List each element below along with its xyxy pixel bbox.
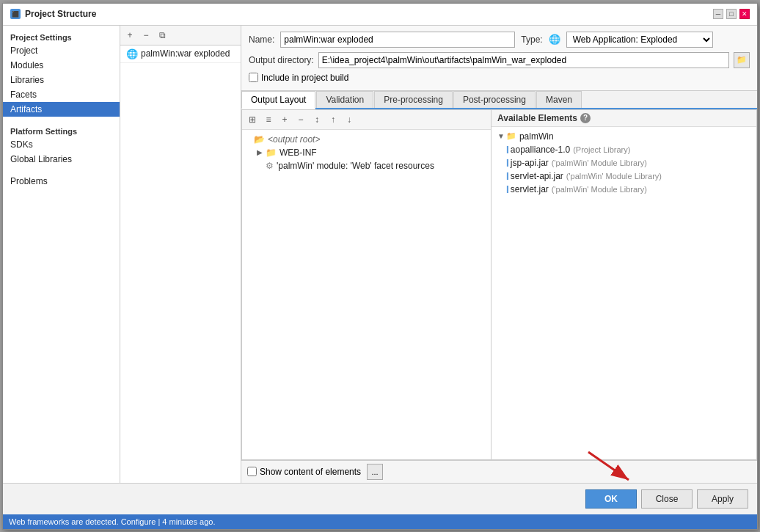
arrow-icon: ▶ (257, 148, 264, 156)
show-content-checkbox-row: Show content of elements (247, 467, 361, 477)
config-top-area: Name: Type: 🌐 Web Application: Exploded … (241, 26, 757, 91)
tree-toolbar: ⊞ ≡ + − ↕ ↑ ↓ (242, 110, 491, 130)
webinf-label: WEB-INF (279, 147, 317, 158)
show-content-label: Show content of elements (260, 467, 361, 477)
title-bar: ⬛ Project Structure ─ □ ✕ (3, 4, 757, 26)
status-text: Web frameworks are detected. Configure |… (9, 517, 215, 526)
element-servlet[interactable]: ||| servlet.jar ('palmWin' Module Librar… (492, 183, 756, 196)
sidebar-item-project[interactable]: Project (3, 43, 120, 58)
dialog-title: Project Structure (25, 9, 96, 19)
sidebar-item-libraries[interactable]: Libraries (3, 73, 120, 87)
sidebar-item-artifacts[interactable]: Artifacts (3, 102, 120, 117)
tab-validation[interactable]: Validation (316, 91, 373, 108)
element-servlet-api[interactable]: ||| servlet-api.jar ('palmWin' Module Li… (492, 170, 756, 183)
browse-button[interactable]: 📁 (734, 52, 750, 68)
split-bottom-bar: Show content of elements ... (241, 460, 757, 483)
dialog-icon: ⬛ (10, 9, 21, 19)
element-palmwin-group[interactable]: ▼ 📁 palmWin (492, 130, 756, 143)
help-icon[interactable]: ? (580, 113, 591, 123)
output-layout-tree: ⊞ ≡ + − ↕ ↑ ↓ 📂 <output root> (242, 110, 492, 459)
tree-item-module[interactable]: ⚙ 'palmWin' module: 'Web' facet resource… (242, 159, 491, 172)
platform-settings-label: Platform Settings (3, 123, 120, 137)
content-panel: Name: Type: 🌐 Web Application: Exploded … (241, 26, 757, 483)
library-icon: ||| (506, 145, 508, 153)
title-bar-controls: ─ □ ✕ (713, 9, 750, 19)
output-root-label: <output root> (268, 134, 320, 145)
show-content-checkbox[interactable] (247, 467, 257, 476)
add-artifact-button[interactable]: + (123, 28, 137, 43)
artifact-list: 🌐 palmWin:war exploded (120, 45, 241, 483)
artifact-list-toolbar: + − ⧉ (120, 26, 241, 45)
tree-item-output-root[interactable]: 📂 <output root> (242, 133, 491, 146)
apply-button[interactable]: Apply (697, 489, 748, 509)
tree-down-btn[interactable]: ↓ (342, 112, 357, 127)
servlet-api-meta: ('palmWin' Module Library) (566, 172, 662, 181)
aopalliance-label: aopalliance-1.0 (511, 145, 570, 155)
output-dir-label: Output directory: (249, 55, 314, 65)
tree-body: 📂 <output root> ▶ 📁 WEB-INF ⚙ 'palmWin' … (242, 130, 491, 459)
library-icon: ||| (506, 185, 508, 193)
type-select[interactable]: Web Application: Exploded (566, 32, 713, 48)
folder-icon: 📂 (254, 134, 265, 145)
tree-remove-btn[interactable]: − (293, 112, 308, 127)
type-label: Type: (521, 34, 542, 45)
sidebar-item-modules[interactable]: Modules (3, 58, 120, 73)
include-build-label: Include in project build (261, 73, 348, 83)
aopalliance-meta: (Project Library) (573, 145, 630, 154)
jsp-api-label: jsp-api.jar (511, 158, 549, 168)
tree-sort-btn[interactable]: ↕ (310, 112, 324, 127)
servlet-label: servlet.jar (511, 184, 549, 194)
available-elements-header: Available Elements ? (492, 110, 756, 127)
type-icon: 🌐 (549, 34, 560, 45)
output-dir-input[interactable] (318, 52, 729, 68)
tree-layout-btn[interactable]: ≡ (261, 112, 276, 127)
elements-body: ▼ 📁 palmWin ||| aopalliance-1.0 (Project… (492, 127, 756, 459)
include-build-checkbox[interactable] (249, 73, 258, 82)
tab-maven[interactable]: Maven (536, 91, 582, 108)
close-button[interactable]: Close (641, 489, 693, 509)
name-label: Name: (249, 34, 274, 45)
copy-artifact-button[interactable]: ⧉ (155, 28, 169, 43)
split-area: ⊞ ≡ + − ↕ ↑ ↓ 📂 <output root> (241, 109, 757, 460)
tree-expand-btn[interactable]: ⊞ (245, 112, 260, 127)
tab-output-layout[interactable]: Output Layout (241, 91, 315, 109)
tree-up-btn[interactable]: ↑ (326, 112, 340, 127)
remove-artifact-button[interactable]: − (139, 28, 153, 43)
module-icon: ⚙ (266, 161, 274, 171)
folder-icon: 📁 (506, 131, 516, 141)
element-aopalliance[interactable]: ||| aopalliance-1.0 (Project Library) (492, 143, 756, 156)
available-elements-panel: Available Elements ? ▼ 📁 palmWin ||| (492, 110, 756, 459)
folder-icon: 📁 (266, 147, 277, 158)
close-dialog-button[interactable]: ✕ (739, 9, 750, 19)
tabs-bar: Output Layout Validation Pre-processing … (241, 91, 757, 109)
sidebar-item-facets[interactable]: Facets (3, 87, 120, 102)
ellipsis-button[interactable]: ... (367, 464, 383, 480)
minimize-button[interactable]: ─ (713, 9, 723, 19)
artifact-web-icon: 🌐 (126, 48, 138, 59)
servlet-meta: ('palmWin' Module Library) (552, 185, 647, 194)
artifact-list-item[interactable]: 🌐 palmWin:war exploded (120, 45, 241, 63)
tab-post-processing[interactable]: Post-processing (453, 91, 536, 108)
include-build-row: Include in project build (249, 73, 750, 83)
tree-item-webinf[interactable]: ▶ 📁 WEB-INF (242, 146, 491, 159)
status-bar: Web frameworks are detected. Configure |… (3, 514, 757, 529)
group-arrow-icon: ▼ (497, 132, 505, 140)
sidebar-item-global-libraries[interactable]: Global Libraries (3, 152, 120, 167)
jsp-api-meta: ('palmWin' Module Library) (552, 158, 647, 167)
name-input[interactable] (280, 32, 515, 48)
bottom-bar: OK Close Apply (3, 483, 757, 514)
sidebar: Project Settings Project Modules Librari… (3, 26, 120, 483)
project-settings-label: Project Settings (3, 29, 120, 43)
element-jsp-api[interactable]: ||| jsp-api.jar ('palmWin' Module Librar… (492, 156, 756, 170)
ok-button[interactable]: OK (585, 489, 637, 509)
output-dir-row: Output directory: 📁 (249, 52, 750, 68)
maximize-button[interactable]: □ (726, 9, 737, 19)
sidebar-item-problems[interactable]: Problems (3, 174, 120, 189)
available-elements-title: Available Elements (497, 113, 577, 123)
module-label: 'palmWin' module: 'Web' facet resources (277, 161, 434, 171)
library-icon: ||| (506, 158, 508, 167)
tree-add-btn[interactable]: + (277, 112, 292, 127)
sidebar-item-sdks[interactable]: SDKs (3, 137, 120, 152)
palmwin-group-label: palmWin (519, 131, 554, 142)
tab-pre-processing[interactable]: Pre-processing (374, 91, 453, 108)
